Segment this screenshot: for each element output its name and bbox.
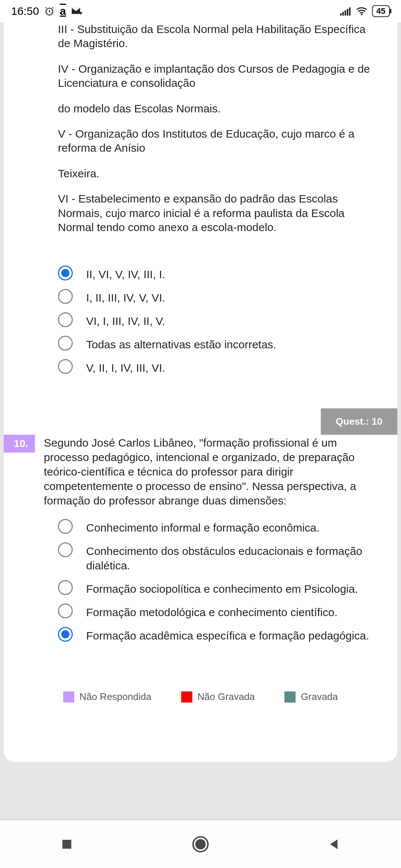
recent-apps-button[interactable] bbox=[56, 833, 78, 855]
radio-icon[interactable] bbox=[58, 604, 73, 618]
battery-indicator: 45 bbox=[372, 5, 390, 17]
q10-option-5[interactable]: Formação acadêmica específica e formação… bbox=[58, 627, 377, 643]
q9-para-2: IV - Organização e implantação dos Curso… bbox=[58, 62, 377, 91]
android-nav-bar bbox=[0, 820, 401, 868]
legend-item-saved: Gravada bbox=[284, 691, 338, 703]
question-9-options: II, VI, V, IV, III, I. I, II, III, IV, V… bbox=[4, 266, 397, 375]
q10-option-2[interactable]: Conhecimento dos obstáculos educacionais… bbox=[58, 542, 377, 573]
option-label: I, II, III, IV, V, VI. bbox=[86, 289, 165, 305]
status-left: 16:50 a bbox=[11, 5, 82, 17]
q9-option-4[interactable]: Todas as alternativas estão incorretas. bbox=[58, 336, 377, 352]
alarm-icon bbox=[44, 6, 55, 16]
option-label: V, II, I, IV, III, VI. bbox=[86, 359, 165, 375]
svg-rect-8 bbox=[349, 7, 351, 16]
home-button[interactable] bbox=[189, 833, 212, 855]
question-9-body: III - Substituição da Escola Normal pela… bbox=[4, 22, 397, 253]
q9-para-1: III - Substituição da Escola Normal pela… bbox=[58, 22, 377, 51]
swatch-icon bbox=[284, 691, 296, 703]
legend-label: Não Gravada bbox=[198, 691, 255, 703]
svg-rect-10 bbox=[62, 840, 71, 849]
clock-time: 16:50 bbox=[11, 5, 39, 17]
q10-option-4[interactable]: Formação metodológica e conhecimento cie… bbox=[58, 604, 377, 619]
legend-item-unanswered: Não Respondida bbox=[63, 691, 151, 703]
swatch-icon bbox=[181, 691, 192, 703]
back-button[interactable] bbox=[323, 833, 345, 855]
q9-para-6: VI - Estabelecimento e expansão do padrã… bbox=[58, 192, 377, 234]
radio-icon[interactable] bbox=[58, 312, 73, 327]
option-label: II, VI, V, IV, III, I. bbox=[86, 266, 165, 282]
radio-icon[interactable] bbox=[58, 542, 73, 557]
svg-rect-7 bbox=[347, 9, 348, 16]
svg-point-12 bbox=[195, 839, 206, 849]
svg-rect-5 bbox=[342, 12, 344, 16]
wifi-icon bbox=[356, 7, 368, 16]
q9-option-5[interactable]: V, II, I, IV, III, VI. bbox=[58, 359, 377, 375]
battery-level: 45 bbox=[376, 6, 385, 16]
radio-icon[interactable] bbox=[58, 519, 73, 534]
legend-label: Não Respondida bbox=[79, 691, 151, 703]
q9-para-4: V - Organização dos Institutos de Educaç… bbox=[58, 127, 377, 155]
question-10-text: Segundo José Carlos Libâneo, "formação p… bbox=[35, 435, 397, 508]
app-a-icon: a bbox=[60, 5, 66, 17]
option-label: Formação acadêmica específica e formação… bbox=[86, 627, 369, 643]
radio-icon[interactable] bbox=[58, 289, 73, 304]
radio-icon[interactable] bbox=[58, 580, 73, 595]
svg-rect-6 bbox=[345, 10, 346, 16]
svg-marker-13 bbox=[330, 839, 338, 849]
status-right: 45 bbox=[340, 5, 390, 17]
q9-para-5: Teixeira. bbox=[58, 167, 377, 181]
q9-option-1[interactable]: II, VI, V, IV, III, I. bbox=[58, 266, 377, 282]
option-label: Conhecimento dos obstáculos educacionais… bbox=[86, 542, 377, 573]
mail-icon bbox=[71, 6, 82, 16]
radio-icon[interactable] bbox=[58, 359, 73, 374]
swatch-icon bbox=[63, 691, 74, 703]
q9-option-3[interactable]: VI, I, III, IV, II, V. bbox=[58, 312, 377, 328]
svg-rect-4 bbox=[340, 13, 342, 16]
app-surface: III - Substituição da Escola Normal pela… bbox=[4, 22, 397, 762]
q10-option-3[interactable]: Formação sociopolítica e conhecimento em… bbox=[58, 580, 377, 596]
legend-label: Gravada bbox=[301, 691, 338, 703]
status-bar: 16:50 a 45 bbox=[0, 0, 401, 22]
q9-option-2[interactable]: I, II, III, IV, V, VI. bbox=[58, 289, 377, 305]
option-label: VI, I, III, IV, II, V. bbox=[86, 312, 165, 328]
radio-icon[interactable] bbox=[58, 336, 73, 351]
legend-item-unsaved: Não Gravada bbox=[181, 691, 255, 703]
option-label: Todas as alternativas estão incorretas. bbox=[86, 336, 276, 352]
question-number-badge: 10. bbox=[4, 435, 35, 453]
radio-icon[interactable] bbox=[58, 266, 73, 280]
option-label: Conhecimento informal e formação econômi… bbox=[86, 519, 320, 535]
legend: Não Respondida Não Gravada Gravada bbox=[4, 691, 397, 703]
question-10-options: Conhecimento informal e formação econômi… bbox=[4, 519, 397, 643]
svg-point-9 bbox=[361, 14, 362, 15]
q9-para-3: do modelo das Escolas Normais. bbox=[58, 102, 377, 116]
option-label: Formação sociopolítica e conhecimento em… bbox=[86, 580, 358, 596]
question-10-header: 10. Segundo José Carlos Libâneo, "formaç… bbox=[4, 435, 397, 508]
quest-badge: Quest.: 10 bbox=[321, 408, 397, 435]
q10-option-1[interactable]: Conhecimento informal e formação econômi… bbox=[58, 519, 377, 535]
radio-icon[interactable] bbox=[58, 627, 73, 642]
option-label: Formação metodológica e conhecimento cie… bbox=[86, 604, 338, 619]
signal-icon bbox=[340, 7, 351, 16]
quest-badge-row: Quest.: 10 bbox=[4, 408, 397, 435]
battery-nub-icon bbox=[390, 9, 391, 13]
